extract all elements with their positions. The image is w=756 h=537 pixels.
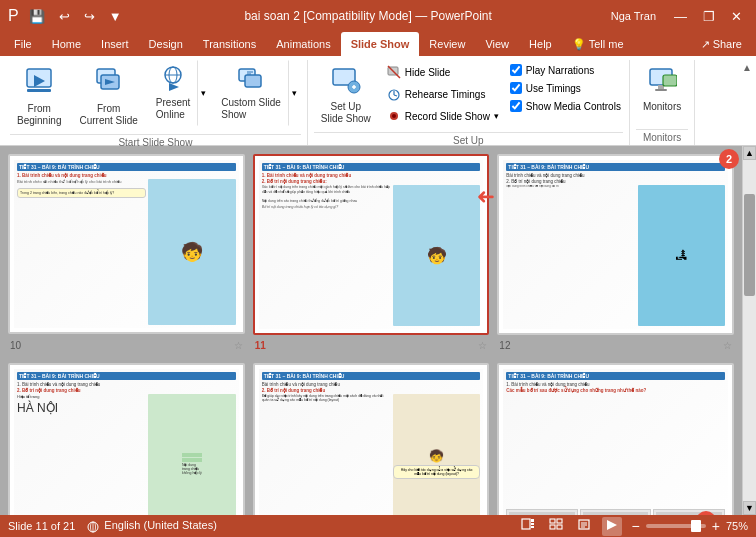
slide-image-13: Nội dungtrang chiếukhông hợp lý <box>148 394 235 516</box>
slide-title-15: TIẾT 31 – BÀI 9: BÀI TRÌNH CHIẾU <box>506 372 725 380</box>
layout-item-1: Trang tiêu đề <box>506 509 578 515</box>
slide-text-14: Để giúp cho việc trình bày nội dung trên… <box>262 394 391 516</box>
slide-wrapper-11: TIẾT 31 – BÀI 9: BÀI TRÌNH CHIẾU 1. Bài … <box>253 154 490 335</box>
present-online-arrow[interactable]: ▾ <box>197 60 210 126</box>
slide-item-14[interactable]: TIẾT 31 – BÀI 9: BÀI TRÌNH CHIẾU Bài trì… <box>253 363 490 516</box>
slide-wrapper-15: TIẾT 31 – BÀI 9: BÀI TRÌNH CHIẾU 1. Bài … <box>497 363 734 516</box>
close-button[interactable]: ✕ <box>725 7 748 26</box>
view-normal-button[interactable] <box>518 517 538 536</box>
tab-animations[interactable]: Animations <box>266 32 340 56</box>
scrollbar-thumb[interactable] <box>744 194 755 296</box>
slide-content-14: Để giúp cho việc trình bày nội dung trên… <box>262 394 481 516</box>
slide-item-15[interactable]: TIẾT 31 – BÀI 9: BÀI TRÌNH CHIẾU 1. Bài … <box>497 363 734 516</box>
rehearse-timings-button[interactable]: Rehearse Timings <box>382 84 504 104</box>
present-online-main[interactable]: PresentOnline <box>149 60 197 126</box>
group-monitors-label: Monitors <box>636 129 688 143</box>
tab-share[interactable]: ↗ Share <box>691 32 752 56</box>
play-narrations-checkbox[interactable]: Play Narrations <box>508 62 623 78</box>
slide-item-13[interactable]: TIẾT 31 – BÀI 9: BÀI TRÌNH CHIẾU 1. Bài … <box>8 363 245 516</box>
use-timings-input[interactable] <box>510 82 522 94</box>
scrollbar-down-button[interactable]: ▼ <box>743 501 756 515</box>
zoom-slider[interactable] <box>646 524 706 528</box>
scrollbar-up-button[interactable]: ▲ <box>743 146 756 160</box>
use-timings-label: Use Timings <box>526 83 581 94</box>
svg-marker-44 <box>607 520 617 530</box>
slide-title-12: TIẾT 31 – BÀI 9: BÀI TRÌNH CHIẾU <box>506 163 725 171</box>
slide-city-13: HÀ NỘI <box>17 401 146 417</box>
restore-button[interactable]: ❐ <box>697 7 721 26</box>
ribbon-collapse-button[interactable]: ▲ <box>740 60 754 75</box>
tab-design[interactable]: Design <box>139 32 193 56</box>
monitors-button[interactable]: Monitors <box>636 60 688 118</box>
from-beginning-label: FromBeginning <box>17 103 61 127</box>
tab-slideshow[interactable]: Slide Show <box>341 32 420 56</box>
show-media-controls-checkbox[interactable]: Show Media Controls <box>508 98 623 114</box>
custom-slideshow-icon <box>237 65 265 95</box>
slide-hieutrang-13: Hiệu tổ trang <box>17 394 146 399</box>
save-icon[interactable]: 💾 <box>25 7 49 26</box>
custom-slideshow-main[interactable]: Custom SlideShow <box>214 60 287 126</box>
slide-line1-10: 1. Bài trình chiếu và nội dung trang chi… <box>17 173 236 178</box>
slide-inner-13: TIẾT 31 – BÀI 9: BÀI TRÌNH CHIẾU 1. Bài … <box>14 369 239 516</box>
slide-item-12[interactable]: TIẾT 31 – BÀI 9: BÀI TRÌNH CHIẾU Bài trì… <box>497 154 734 335</box>
slide-item-11[interactable]: TIẾT 31 – BÀI 9: BÀI TRÌNH CHIẾU 1. Bài … <box>253 154 490 335</box>
tab-view[interactable]: View <box>475 32 519 56</box>
language-text: English (United States) <box>104 519 217 531</box>
tab-review[interactable]: Review <box>419 32 475 56</box>
redo-icon[interactable]: ↪ <box>80 7 99 26</box>
box1-13 <box>182 453 202 457</box>
slide-line2-12: 2. Bố trí nội dung trang chiếu <box>506 179 725 184</box>
record-slideshow-button[interactable]: Record Slide Show ▾ <box>382 106 504 126</box>
custom-slideshow-arrow[interactable]: ▾ <box>288 60 301 126</box>
svg-rect-33 <box>531 519 534 522</box>
zoom-percent-label: 75% <box>726 520 748 532</box>
slide-inner-10: TIẾT 31 – BÀI 9: BÀI TRÌNH CHIẾU 1. Bài … <box>14 160 239 328</box>
slide-wrapper-10: TIẾT 31 – BÀI 9: BÀI TRÌNH CHIẾU 1. Bài … <box>8 154 245 335</box>
minimize-button[interactable]: — <box>668 7 693 26</box>
customize-icon[interactable]: ▼ <box>105 7 126 26</box>
view-slide-sorter-button[interactable] <box>546 517 566 536</box>
slide-question-11: Bố trí nội dung trang chiếu hợp lý có tá… <box>262 205 391 210</box>
zoom-out-button[interactable]: − <box>630 518 642 534</box>
setup-right-col: Hide Slide Rehearse Timings Record <box>382 60 504 126</box>
tab-file[interactable]: File <box>4 32 42 56</box>
tab-home[interactable]: Home <box>42 32 91 56</box>
present-online-button[interactable]: PresentOnline ▾ <box>149 60 210 126</box>
tab-transitions[interactable]: Transitions <box>193 32 266 56</box>
from-beginning-button[interactable]: FromBeginning <box>10 60 68 132</box>
tab-tellme[interactable]: 💡 Tell me <box>562 32 634 56</box>
svg-rect-32 <box>522 519 530 529</box>
custom-slideshow-button[interactable]: Custom SlideShow ▾ <box>214 60 300 126</box>
zoom-in-button[interactable]: + <box>710 518 722 534</box>
from-current-button[interactable]: FromCurrent Slide <box>72 60 144 132</box>
use-timings-checkbox[interactable]: Use Timings <box>508 80 623 96</box>
slide-thumb-11: TIẾT 31 – BÀI 9: BÀI TRÌNH CHIẾU 1. Bài … <box>259 160 484 329</box>
annotation-arrow-12: ➜ <box>477 184 495 210</box>
slide-char-14: 🧒 <box>429 449 444 463</box>
view-grid-button[interactable] <box>602 517 622 536</box>
slide-star-11: ☆ <box>478 340 487 351</box>
hide-slide-label: Hide Slide <box>405 67 451 78</box>
ribbon: FromBeginning FromCurrent Slide <box>0 56 756 146</box>
status-left: Slide 11 of 21 English (United States) <box>8 519 217 532</box>
hide-slide-button[interactable]: Hide Slide <box>382 62 504 82</box>
layout-img-2 <box>583 512 649 515</box>
slide-text-12: Nội dung trình chiếu về nội dung bố trí <box>506 185 635 326</box>
play-narrations-input[interactable] <box>510 64 522 76</box>
svg-point-24 <box>392 114 396 118</box>
tab-insert[interactable]: Insert <box>91 32 139 56</box>
show-media-controls-input[interactable] <box>510 100 522 112</box>
tab-help[interactable]: Help <box>519 32 562 56</box>
slide-item-10[interactable]: TIẾT 31 – BÀI 9: BÀI TRÌNH CHIẾU 1. Bài … <box>8 154 245 334</box>
vertical-scrollbar[interactable]: ▲ ▼ <box>742 146 756 515</box>
title-bar-left: P 💾 ↩ ↪ ▼ <box>8 7 126 26</box>
group-setup: Set UpSlide Show Hide Slide <box>308 60 630 145</box>
undo-icon[interactable]: ↩ <box>55 7 74 26</box>
slide-inner-15: TIẾT 31 – BÀI 9: BÀI TRÌNH CHIẾU 1. Bài … <box>503 369 728 516</box>
record-slideshow-arrow[interactable]: ▾ <box>494 111 499 121</box>
setup-slideshow-button[interactable]: Set UpSlide Show <box>314 60 378 130</box>
slide-wrapper-14: TIẾT 31 – BÀI 9: BÀI TRÌNH CHIẾU Bài trì… <box>253 363 490 516</box>
view-reading-button[interactable] <box>574 517 594 536</box>
svg-rect-36 <box>550 519 555 523</box>
zoom-thumb[interactable] <box>691 520 701 532</box>
